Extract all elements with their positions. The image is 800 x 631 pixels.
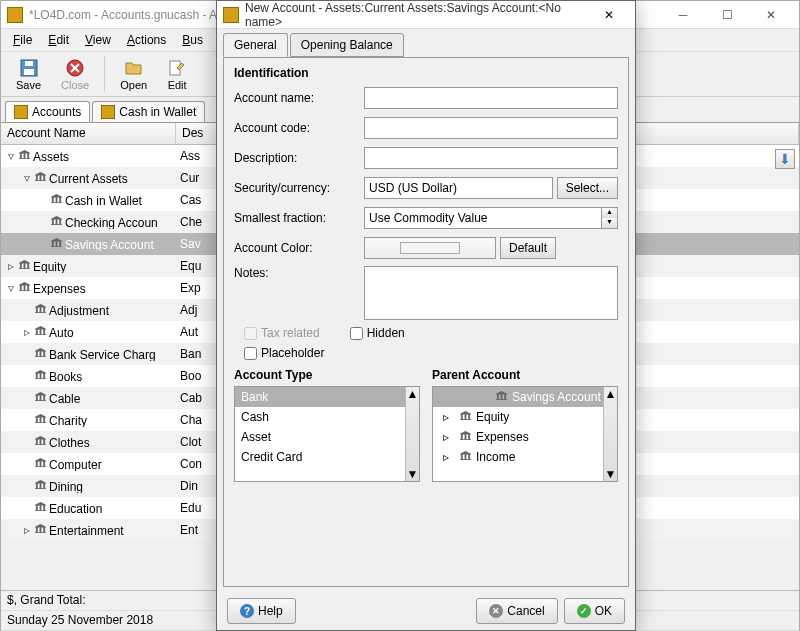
- account-icon: [17, 281, 31, 293]
- description-input[interactable]: [364, 147, 618, 169]
- identification-heading: Identification: [234, 66, 618, 80]
- tab-opening-balance[interactable]: Opening Balance: [290, 33, 404, 57]
- parent-scrollbar[interactable]: ▲▼: [603, 387, 617, 481]
- security-input: [364, 177, 553, 199]
- label-fraction: Smallest fraction:: [234, 211, 364, 225]
- separator: [104, 56, 105, 92]
- cancel-button[interactable]: ✕ Cancel: [476, 598, 557, 624]
- dialog-close-button[interactable]: ✕: [589, 2, 629, 28]
- label-account-code: Account code:: [234, 121, 364, 135]
- ok-icon: ✓: [577, 604, 591, 618]
- expand-toggle[interactable]: ▹: [21, 325, 33, 339]
- default-color-button[interactable]: Default: [500, 237, 556, 259]
- dialog-tabs: General Opening Balance: [217, 29, 635, 57]
- account-icon: [49, 215, 63, 227]
- account-icon: [33, 369, 47, 381]
- tab-general[interactable]: General: [223, 33, 288, 57]
- edit-icon: [167, 58, 187, 78]
- dialog-titlebar[interactable]: New Account - Assets:Current Assets:Savi…: [217, 1, 635, 29]
- minimize-button[interactable]: ─: [661, 1, 705, 29]
- account-icon: [33, 435, 47, 447]
- tab-cash-in-wallet[interactable]: Cash in Wallet: [92, 101, 205, 122]
- spin-down[interactable]: ▼: [602, 218, 617, 228]
- save-icon: [19, 58, 39, 78]
- dialog-buttons: ? Help ✕ Cancel ✓ OK: [227, 598, 625, 624]
- account-icon: [33, 413, 47, 425]
- type-option-cash[interactable]: Cash: [235, 407, 419, 427]
- account-icon: [33, 303, 47, 315]
- account-icon: [33, 457, 47, 469]
- account-icon: [17, 259, 31, 271]
- new-account-dialog: New Account - Assets:Current Assets:Savi…: [216, 0, 636, 631]
- help-icon: ?: [240, 604, 254, 618]
- expand-toggle[interactable]: ▿: [5, 281, 17, 295]
- close-icon: [65, 58, 85, 78]
- svg-rect-1: [24, 69, 34, 75]
- spin-up[interactable]: ▲: [602, 208, 617, 218]
- label-account-name: Account name:: [234, 91, 364, 105]
- account-icon: [49, 193, 63, 205]
- expand-toggle[interactable]: ▹: [5, 259, 17, 273]
- tab-accounts[interactable]: Accounts: [5, 101, 90, 122]
- expand-toggle[interactable]: ▹: [21, 523, 33, 537]
- parent-option-income[interactable]: ▹Income: [433, 447, 617, 467]
- account-icon: [33, 171, 47, 183]
- maximize-button[interactable]: ☐: [705, 1, 749, 29]
- label-description: Description:: [234, 151, 364, 165]
- menu-actions[interactable]: Actions: [121, 31, 172, 49]
- parent-option-savings-account[interactable]: Savings Account: [433, 387, 617, 407]
- parent-account-list[interactable]: Savings Account▹Equity▹Expenses▹Income▲▼: [432, 386, 618, 482]
- account-code-input[interactable]: [364, 117, 618, 139]
- menu-business[interactable]: Bus: [176, 31, 209, 49]
- color-picker-button[interactable]: [364, 237, 496, 259]
- dialog-title: New Account - Assets:Current Assets:Savi…: [245, 1, 589, 29]
- edit-button[interactable]: Edit: [158, 55, 196, 94]
- ok-button[interactable]: ✓ OK: [564, 598, 625, 624]
- account-icon: [33, 391, 47, 403]
- help-button[interactable]: ? Help: [227, 598, 296, 624]
- hidden-checkbox[interactable]: Hidden: [350, 326, 405, 340]
- account-icon: [49, 237, 63, 249]
- account-icon: [33, 523, 47, 535]
- select-security-button[interactable]: Select...: [557, 177, 618, 199]
- type-scrollbar[interactable]: ▲▼: [405, 387, 419, 481]
- label-security: Security/currency:: [234, 181, 364, 195]
- expand-toggle[interactable]: ▿: [21, 171, 33, 185]
- label-color: Account Color:: [234, 241, 364, 255]
- fraction-input[interactable]: [364, 207, 602, 229]
- account-icon: [33, 347, 47, 359]
- close-window-button[interactable]: ✕: [749, 1, 793, 29]
- menu-view[interactable]: View: [79, 31, 117, 49]
- expand-toggle[interactable]: ▿: [5, 149, 17, 163]
- type-option-asset[interactable]: Asset: [235, 427, 419, 447]
- general-panel: Identification Account name: Account cod…: [223, 57, 629, 587]
- scroll-down-button[interactable]: ⬇: [775, 149, 795, 169]
- parent-option-expenses[interactable]: ▹Expenses: [433, 427, 617, 447]
- account-name-input[interactable]: [364, 87, 618, 109]
- placeholder-checkbox[interactable]: Placeholder: [244, 346, 324, 360]
- fraction-spinner[interactable]: ▲▼: [364, 207, 618, 229]
- type-option-bank[interactable]: Bank: [235, 387, 419, 407]
- dialog-icon: [223, 7, 239, 23]
- menu-edit[interactable]: Edit: [42, 31, 75, 49]
- account-type-list[interactable]: BankCashAssetCredit Card▲▼: [234, 386, 420, 482]
- folder-open-icon: [124, 58, 144, 78]
- tax-related-checkbox: Tax related: [244, 326, 320, 340]
- close-tab-button[interactable]: Close: [52, 55, 98, 94]
- open-button[interactable]: Open: [111, 55, 156, 94]
- save-button[interactable]: Save: [7, 55, 50, 94]
- account-icon: [33, 501, 47, 513]
- register-tab-icon: [101, 105, 115, 119]
- parent-option-equity[interactable]: ▹Equity: [433, 407, 617, 427]
- type-option-credit-card[interactable]: Credit Card: [235, 447, 419, 467]
- menu-file[interactable]: File: [7, 31, 38, 49]
- notes-textarea[interactable]: [364, 266, 618, 320]
- column-account-name[interactable]: Account Name: [1, 123, 176, 144]
- account-type-heading: Account Type: [234, 368, 420, 382]
- svg-rect-2: [25, 61, 33, 66]
- label-notes: Notes:: [234, 266, 364, 280]
- cancel-icon: ✕: [489, 604, 503, 618]
- parent-account-heading: Parent Account: [432, 368, 618, 382]
- account-icon: [33, 325, 47, 337]
- accounts-tab-icon: [14, 105, 28, 119]
